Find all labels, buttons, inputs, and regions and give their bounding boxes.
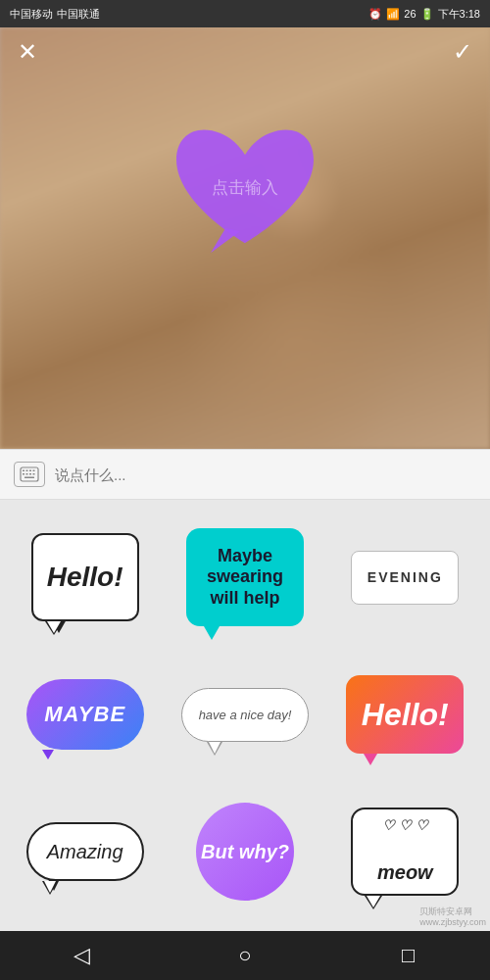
carrier2: 中国联通: [57, 7, 100, 22]
keyboard-icon[interactable]: [14, 462, 45, 487]
keyboard-svg: [20, 466, 39, 482]
sticker-evening-text: EVENING: [368, 569, 443, 585]
svg-rect-4: [33, 470, 35, 472]
svg-rect-2: [26, 470, 28, 472]
sticker-maybe-bubble: MAYBE: [26, 679, 144, 750]
time-display: 下午3:18: [438, 7, 480, 22]
recent-icon: □: [402, 943, 415, 968]
sticker-butwhy[interactable]: But why?: [170, 788, 319, 915]
sticker-hello2[interactable]: Hello!: [330, 651, 480, 778]
recent-button[interactable]: □: [384, 931, 433, 980]
meow-hearts-icon: ♡ ♡ ♡: [382, 817, 428, 833]
sticker-niceday[interactable]: have a nice day!: [170, 651, 319, 778]
svg-rect-9: [24, 477, 34, 479]
sticker-hello2-text: Hello!: [362, 697, 449, 733]
sticker-amazing[interactable]: Amazing: [10, 788, 160, 915]
battery-icon: 🔋: [420, 8, 434, 21]
sticker-swear[interactable]: Maybeswearingwill help: [170, 514, 319, 641]
confirm-button[interactable]: ✓: [453, 38, 472, 66]
sticker-hello2-bubble: Hello!: [346, 675, 464, 754]
back-icon: ◁: [74, 943, 90, 968]
sticker-hello1-text: Hello!: [47, 562, 123, 593]
sticker-grid: Hello! Maybeswearingwill help EVENING: [10, 514, 480, 915]
text-input[interactable]: [55, 457, 476, 492]
photo-area: 点击输入: [0, 27, 490, 449]
home-button[interactable]: ○: [220, 931, 270, 980]
svg-rect-6: [26, 473, 28, 475]
wifi-icon: 📶: [386, 8, 400, 21]
carrier1: 中国移动: [10, 7, 53, 22]
sticker-swear-bubble: Maybeswearingwill help: [186, 528, 304, 626]
sticker-meow-text: meow: [377, 861, 433, 884]
svg-rect-5: [23, 473, 24, 475]
sticker-area[interactable]: Hello! Maybeswearingwill help EVENING: [0, 500, 490, 931]
sticker-evening[interactable]: EVENING: [330, 514, 480, 641]
input-area: [0, 449, 490, 500]
sticker-meow[interactable]: ♡ ♡ ♡ meow: [330, 788, 480, 915]
heart-bubble[interactable]: 点击输入: [157, 111, 333, 268]
back-button[interactable]: ◁: [57, 931, 106, 980]
sticker-butwhy-bubble: But why?: [196, 803, 294, 901]
close-button[interactable]: ✕: [18, 38, 37, 66]
svg-rect-3: [29, 470, 31, 472]
heart-shape: 点击输入: [167, 116, 323, 263]
sticker-niceday-bubble: have a nice day!: [181, 688, 309, 742]
sticker-maybe-text: MAYBE: [44, 702, 125, 727]
svg-rect-8: [33, 473, 35, 475]
status-icons: ⏰ 📶 26 🔋 下午3:18: [368, 7, 480, 22]
sticker-amazing-text: Amazing: [47, 841, 123, 863]
sticker-meow-bubble: ♡ ♡ ♡ meow: [351, 808, 459, 896]
alarm-icon: ⏰: [368, 8, 382, 21]
sticker-amazing-bubble: Amazing: [26, 822, 144, 881]
sticker-maybe[interactable]: MAYBE: [10, 651, 160, 778]
carrier-info: 中国移动 中国联通: [10, 7, 100, 22]
sticker-hello1-bubble: Hello!: [31, 533, 139, 621]
watermark: 贝斯特安卓网 www.zjbstyy.com: [419, 906, 486, 929]
signal-icon: 26: [404, 8, 416, 20]
heart-svg: [167, 116, 323, 263]
sticker-butwhy-text: But why?: [201, 840, 289, 863]
top-nav: ✕ ✓: [0, 27, 490, 76]
home-icon: ○: [238, 943, 251, 968]
sticker-niceday-text: have a nice day!: [199, 708, 292, 722]
sticker-swear-text: Maybeswearingwill help: [207, 546, 283, 610]
svg-rect-7: [29, 473, 31, 475]
status-bar: 中国移动 中国联通 ⏰ 📶 26 🔋 下午3:18: [0, 0, 490, 27]
sticker-evening-bubble: EVENING: [351, 551, 459, 605]
bottom-nav: ◁ ○ □: [0, 931, 490, 980]
sticker-hello1[interactable]: Hello!: [10, 514, 160, 641]
svg-rect-1: [23, 470, 24, 472]
